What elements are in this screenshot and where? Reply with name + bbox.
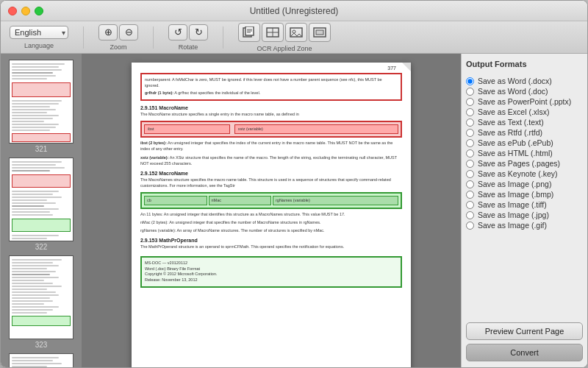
- zoom-out-button[interactable]: ⊖: [119, 24, 138, 40]
- maximize-button[interactable]: [35, 7, 43, 15]
- window-title: Untitled (Unregistered): [250, 6, 339, 16]
- titlebar: Untitled (Unregistered): [1, 1, 587, 21]
- ocr-table-icon: [266, 26, 279, 38]
- radio-label-jpg: Save as Image (.jpg): [478, 210, 549, 219]
- radio-gif[interactable]: [466, 222, 474, 230]
- radio-tiff[interactable]: [466, 201, 474, 209]
- zoom-in-button[interactable]: ⊕: [98, 24, 118, 40]
- separator-1: [83, 26, 84, 49]
- radio-option-gif[interactable]: Save as Image (.gif): [466, 220, 583, 230]
- rotate-left-button[interactable]: ↺: [168, 24, 187, 40]
- radio-option-key[interactable]: Save as Keynote (.key): [466, 169, 583, 179]
- radio-rtfd[interactable]: [466, 129, 474, 137]
- radio-option-pptx[interactable]: Save as PowerPoint (.pptx): [466, 96, 583, 107]
- doc-green-cell-3: rgNames (variable): [276, 198, 395, 204]
- thumbnail-321[interactable]: 321: [4, 60, 79, 153]
- doc-table-field-1: ibst: [148, 127, 226, 132]
- thumbnail-323[interactable]: 323: [4, 255, 79, 349]
- close-button[interactable]: [8, 7, 17, 15]
- rotate-label: Rotate: [179, 43, 198, 51]
- main-window: Untitled (Unregistered) English Language…: [0, 0, 588, 368]
- language-label: Language: [24, 42, 54, 49]
- minimize-button[interactable]: [21, 7, 30, 15]
- zoom-label: Zoom: [110, 43, 126, 51]
- output-format-options: Save as Word (.docx)Save as Word (.doc)S…: [466, 76, 583, 230]
- radio-option-doc[interactable]: Save as Word (.doc): [466, 86, 583, 96]
- radio-epub[interactable]: [466, 139, 474, 147]
- radio-label-key: Save as Keynote (.key): [478, 169, 558, 178]
- radio-option-docx[interactable]: Save as Word (.docx): [466, 76, 583, 86]
- doc-text-152: The MacroNames structure specifies the m…: [140, 177, 402, 188]
- radio-label-bmp: Save as Image (.bmp): [478, 190, 553, 199]
- document-area[interactable]: numberparent: A fxMidChar is zero, MUST …: [82, 54, 461, 367]
- rotate-right-button[interactable]: ↻: [189, 24, 208, 40]
- doc-intro-text: numberparent: A fxMidChar is zero, MUST …: [145, 77, 398, 88]
- radio-option-xlsx[interactable]: Save as Excel (.xlsx): [466, 107, 583, 117]
- radio-pptx[interactable]: [466, 98, 474, 106]
- document-page: numberparent: A fxMidChar is zero, MUST …: [132, 63, 411, 367]
- doc-xstz-text: xstz (variable): An XStz structure that …: [140, 155, 402, 166]
- sidebar[interactable]: 321: [1, 54, 82, 367]
- doc-text-151: The MacroName structure specifies a sing…: [140, 112, 402, 118]
- convert-button[interactable]: Convert: [466, 344, 583, 361]
- page-thumb: [9, 353, 74, 367]
- page-corner: [402, 63, 411, 71]
- doc-ibst-text: ibst (2 bytes): An unsigned integer that…: [140, 141, 402, 152]
- radio-label-pages: Save as Pages (.pages): [478, 159, 560, 168]
- radio-html[interactable]: [466, 149, 474, 158]
- doc-text-153: The MathPrOperand structure is an operan…: [140, 244, 402, 250]
- radio-label-rtfd: Save as Rtfd (.rtfd): [478, 128, 542, 137]
- ocr-zone-group: OCR Applied Zone: [238, 23, 331, 52]
- radio-jpg[interactable]: [466, 211, 474, 219]
- ocr-icon-4[interactable]: [309, 23, 331, 42]
- page-number: 377: [387, 66, 396, 71]
- ocr-icon-2[interactable]: [262, 23, 284, 42]
- ocr-icon-1[interactable]: [238, 23, 260, 42]
- preview-button[interactable]: Preview Current Page: [466, 322, 583, 340]
- ocr-zone-label: OCR Applied Zone: [257, 45, 312, 52]
- radio-png[interactable]: [466, 180, 474, 188]
- radio-key[interactable]: [466, 170, 474, 178]
- doc-footer-text: MS-DOC — v20120112 Word (.doc) Binary Fi…: [145, 261, 398, 283]
- right-panel: Output Formats Save as Word (.docx)Save …: [461, 54, 587, 367]
- separator-3: [223, 26, 223, 49]
- thumbnail-324[interactable]: 324: [4, 353, 79, 367]
- doc-cb-text: An 11 bytes: An unsigned integer that id…: [140, 212, 402, 218]
- radio-option-html[interactable]: Save as HTML (.html): [466, 148, 583, 158]
- doc-grfhdr-text: grfhdr (1 byte): A grfhsc that specifies…: [145, 91, 398, 96]
- radio-label-tiff: Save as Image (.tiff): [478, 200, 547, 209]
- language-select[interactable]: English: [10, 26, 68, 39]
- zoom-in-icon: ⊕: [104, 26, 112, 38]
- page-321-label: 321: [35, 145, 48, 153]
- radio-option-png[interactable]: Save as Image (.png): [466, 179, 583, 189]
- ocr-icon-3[interactable]: [285, 23, 307, 42]
- panel-buttons: Preview Current Page Convert: [466, 322, 583, 361]
- radio-docx[interactable]: [466, 77, 474, 85]
- radio-option-rtfd[interactable]: Save as Rtfd (.rtfd): [466, 127, 583, 138]
- ocr-image-icon: [290, 26, 303, 38]
- radio-option-tiff[interactable]: Save as Image (.tiff): [466, 199, 583, 210]
- radio-option-epub[interactable]: Save as ePub (.ePub): [466, 138, 583, 148]
- radio-option-pages[interactable]: Save as Pages (.pages): [466, 158, 583, 169]
- radio-option-bmp[interactable]: Save as Image (.bmp): [466, 189, 583, 199]
- radio-option-text[interactable]: Save as Text (.text): [466, 117, 583, 127]
- radio-doc[interactable]: [466, 88, 474, 96]
- zoom-out-icon: ⊖: [125, 26, 133, 38]
- rotate-right-icon: ↻: [195, 26, 203, 38]
- ocr-copy-icon: [243, 26, 256, 38]
- radio-label-gif: Save as Image (.gif): [478, 221, 547, 230]
- traffic-lights: [8, 7, 43, 15]
- radio-xlsx[interactable]: [466, 108, 474, 116]
- radio-text[interactable]: [466, 118, 474, 127]
- doc-section-153: 2.9.153 MathPrOperand: [140, 238, 402, 243]
- zoom-group: ⊕ ⊖ Zoom: [98, 24, 138, 51]
- radio-option-jpg[interactable]: Save as Image (.jpg): [466, 210, 583, 220]
- thumbnail-322[interactable]: 322: [4, 158, 79, 251]
- main-content: 321: [1, 54, 587, 367]
- radio-pages[interactable]: [466, 160, 474, 168]
- language-group: English Language: [10, 26, 68, 49]
- doc-section-151: 2.9.151 MacroName: [140, 105, 402, 110]
- toolbar: English Language ⊕ ⊖ Zoom ↺: [1, 21, 587, 54]
- rotate-left-icon: ↺: [174, 26, 182, 38]
- radio-bmp[interactable]: [466, 191, 474, 199]
